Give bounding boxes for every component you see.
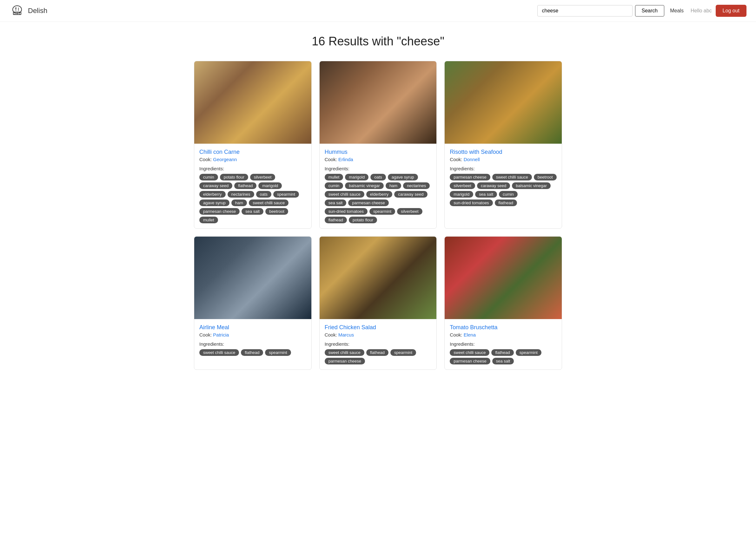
recipe-card: Chilli con CarneCook: GeorgeannIngredien… <box>194 61 312 229</box>
recipe-name[interactable]: Fried Chicken Salad <box>325 324 432 331</box>
ingredient-tag: agave syrup <box>199 200 229 206</box>
recipe-cook: Cook: Erlinda <box>325 157 432 162</box>
ingredient-tag: sea salt <box>492 358 514 364</box>
ingredient-tag: spearmint <box>390 349 416 356</box>
ingredient-tag: sea salt <box>475 191 497 198</box>
search-button[interactable]: Search <box>635 5 665 17</box>
ingredients-label: Ingredients: <box>199 166 306 171</box>
ingredient-tag: ham <box>386 182 401 189</box>
recipe-image <box>445 237 562 319</box>
ingredient-tag: flathead <box>241 349 263 356</box>
ingredient-tag: flathead <box>495 200 517 206</box>
ingredient-tag: mullet <box>199 217 218 223</box>
ingredient-tag: flathead <box>491 349 514 356</box>
ingredient-tag: marigold <box>258 182 282 189</box>
search-input[interactable]: cheese <box>537 5 633 17</box>
cook-link[interactable]: Donnell <box>464 157 480 162</box>
ingredient-tag: sea salt <box>325 200 347 206</box>
ingredient-tag: caraway seed <box>394 191 427 198</box>
recipe-card: Risotto with SeafoodCook: DonnellIngredi… <box>444 61 562 229</box>
ingredient-tag: potato flour <box>220 174 248 181</box>
recipe-cook: Cook: Marcus <box>325 332 432 337</box>
ingredient-tag: ham <box>231 200 247 206</box>
ingredient-tag: spearmint <box>516 349 541 356</box>
recipe-card: Airline MealCook: PatriciaIngredients:sw… <box>194 236 312 370</box>
ingredient-tag: sweet chilli sauce <box>325 191 364 198</box>
logout-button[interactable]: Log out <box>716 5 746 17</box>
ingredient-tag: sweet chilli sauce <box>450 349 489 356</box>
cook-link[interactable]: Patricia <box>213 332 229 337</box>
ingredient-tag: cumin <box>325 182 343 189</box>
ingredient-tags: sweet chilli sauceflatheadspearmintparme… <box>450 349 557 364</box>
ingredient-tag: beetroot <box>265 208 288 215</box>
ingredient-tag: flathead <box>366 349 388 356</box>
recipe-name[interactable]: Chilli con Carne <box>199 149 306 156</box>
ingredient-tags: parmesan cheesesweet chilli saucebeetroo… <box>450 174 557 206</box>
cook-link[interactable]: Erlinda <box>338 157 353 162</box>
recipe-name[interactable]: Tomato Bruschetta <box>450 324 557 331</box>
ingredient-tag: elderberry <box>366 191 393 198</box>
ingredients-label: Ingredients: <box>325 341 432 347</box>
recipe-image <box>194 237 311 319</box>
ingredients-label: Ingredients: <box>199 341 306 347</box>
ingredient-tag: sea salt <box>242 208 263 215</box>
recipe-name[interactable]: Risotto with Seafood <box>450 149 557 156</box>
recipe-image <box>320 61 437 144</box>
ingredient-tag: sun-dried tomatoes <box>450 200 493 206</box>
cook-link[interactable]: Elena <box>464 332 476 337</box>
meals-link[interactable]: Meals <box>667 5 687 16</box>
ingredient-tag: elderberry <box>199 191 226 198</box>
main-content: 16 Results with "cheese" Chilli con Carn… <box>188 22 568 382</box>
recipe-name[interactable]: Hummus <box>325 149 432 156</box>
recipe-card: Fried Chicken SaladCook: MarcusIngredien… <box>319 236 437 370</box>
ingredient-tag: caraway seed <box>477 182 510 189</box>
recipe-cook: Cook: Georgeann <box>199 157 306 162</box>
hello-text: Hello abc <box>689 5 713 16</box>
ingredient-tag: balsamic vinegar <box>345 182 384 189</box>
ingredient-tag: marigold <box>345 174 368 181</box>
ingredient-tag: balsamic vinegar <box>512 182 551 189</box>
ingredient-tags: sweet chilli sauceflatheadspearmint <box>199 349 306 356</box>
cook-link[interactable]: Georgeann <box>213 157 237 162</box>
ingredient-tags: mulletmarigoldoatsagave syrupcuminbalsam… <box>325 174 432 223</box>
recipe-image <box>194 61 311 144</box>
ingredient-tag: spearmint <box>265 349 291 356</box>
ingredient-tag: marigold <box>450 191 473 198</box>
ingredient-tag: nectarines <box>228 191 254 198</box>
ingredient-tag: flathead <box>325 217 347 223</box>
ingredient-tag: nectarines <box>403 182 430 189</box>
brand-logo-icon <box>10 3 25 18</box>
recipe-card: Tomato BruschettaCook: ElenaIngredients:… <box>444 236 562 370</box>
recipe-cook: Cook: Donnell <box>450 157 557 162</box>
ingredient-tag: silverbeet <box>397 208 422 215</box>
recipe-grid: Chilli con CarneCook: GeorgeannIngredien… <box>194 61 562 370</box>
brand-link[interactable]: Delish <box>10 3 47 18</box>
navbar: Delish cheese Search Meals Hello abc Log… <box>0 0 756 22</box>
ingredient-tag: sweet chilli sauce <box>199 349 239 356</box>
results-title: 16 Results with "cheese" <box>194 35 562 48</box>
ingredient-tag: caraway seed <box>199 182 232 189</box>
ingredient-tags: sweet chilli sauceflatheadspearmintparme… <box>325 349 432 364</box>
ingredient-tag: spearmint <box>273 191 299 198</box>
ingredients-label: Ingredients: <box>450 341 557 347</box>
ingredient-tag: agave syrup <box>388 174 418 181</box>
ingredient-tag: cumin <box>499 191 518 198</box>
ingredient-tag: spearmint <box>369 208 395 215</box>
ingredient-tag: parmesan cheese <box>325 358 365 364</box>
ingredient-tag: cumin <box>199 174 218 181</box>
ingredient-tag: parmesan cheese <box>199 208 240 215</box>
ingredient-tag: silverbeet <box>250 174 275 181</box>
search-form: cheese Search Meals Hello abc Log out <box>537 5 746 17</box>
ingredient-tag: beetroot <box>534 174 557 181</box>
recipe-name[interactable]: Airline Meal <box>199 324 306 331</box>
ingredients-label: Ingredients: <box>450 166 557 171</box>
recipe-image <box>445 61 562 144</box>
ingredient-tag: flathead <box>234 182 256 189</box>
ingredient-tag: mullet <box>325 174 343 181</box>
cook-link[interactable]: Marcus <box>338 332 354 337</box>
recipe-card: HummusCook: ErlindaIngredients:mulletmar… <box>319 61 437 229</box>
ingredient-tag: sun-dried tomatoes <box>325 208 368 215</box>
ingredient-tag: sweet chilli sauce <box>325 349 364 356</box>
ingredient-tag: oats <box>256 191 272 198</box>
recipe-cook: Cook: Patricia <box>199 332 306 337</box>
